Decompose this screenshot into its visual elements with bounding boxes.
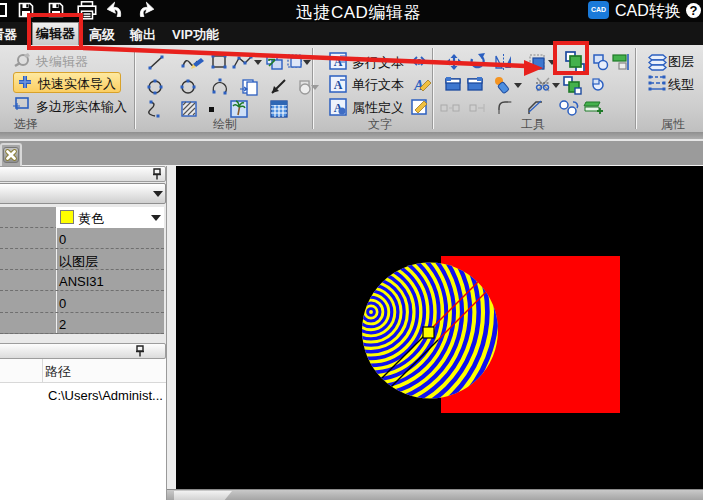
svg-text:?: ? xyxy=(416,57,422,67)
